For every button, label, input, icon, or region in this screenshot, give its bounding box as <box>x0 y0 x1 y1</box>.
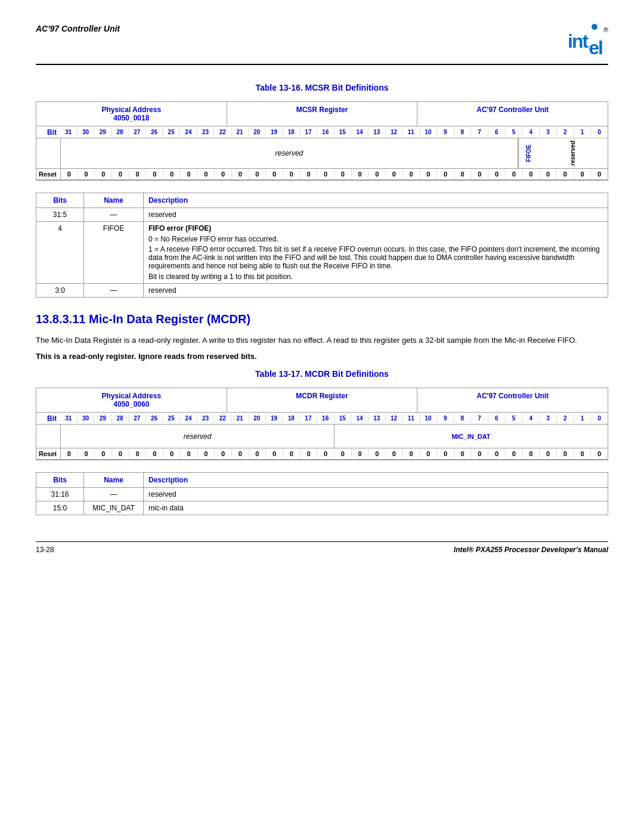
field-fifoe: FIFOE <box>518 138 538 168</box>
col-name-16: Name <box>84 193 144 208</box>
table-row: 3:0 — reserved <box>36 283 608 297</box>
section-para-1383: The Mic-In Data Register is a read-only … <box>36 335 608 346</box>
header-title: AC'97 Controller Unit <box>36 24 120 33</box>
table-row: 4 FIFOE FIFO error (FIFOE) 0 = No Receiv… <box>36 221 608 283</box>
col-desc-17: Description <box>144 473 608 488</box>
page-footer: 13-28 Intel® PXA255 Processor Developer'… <box>36 541 608 554</box>
col-bits-16: Bits <box>36 193 84 208</box>
table16-fields-row: reserved FIFOE reserved <box>36 138 608 169</box>
intel-logo: int el ® <box>568 24 608 59</box>
table17-def: Bits Name Description 31:16 — reserved 1… <box>36 472 608 515</box>
col-bits-17: Bits <box>36 473 84 488</box>
table16-fields: reserved FIFOE reserved <box>60 138 608 168</box>
table-row: 31:16 — reserved <box>36 488 608 501</box>
col-desc-16: Description <box>144 193 608 208</box>
field-reserved-17: reserved <box>61 425 335 448</box>
bit-row-label-17: Bit <box>36 414 60 423</box>
section-note-1383: This is a read-only register. Ignore rea… <box>36 352 608 361</box>
table-row: 31:5 — reserved <box>36 208 608 221</box>
page-header: AC'97 Controller Unit int el ® <box>36 24 608 65</box>
table16-phys-addr-col: Physical Address 4050_0018 <box>36 102 227 126</box>
table16-reg-col: MCSR Register <box>227 102 418 126</box>
table16-unit-col: AC'97 Controller Unit <box>417 102 608 126</box>
field-reserved-31-5: reserved <box>61 138 518 168</box>
table17-reset-row: Reset 0 0 0 0 0 0 0 0 0 0 0 0 0 0 0 0 0 … <box>36 448 608 460</box>
footer-page: 13-28 <box>36 546 54 554</box>
section-heading-1383: 13.8.3.11 Mic-In Data Register (MCDR) <box>36 312 608 326</box>
bit-numbers: 31 30 29 28 27 26 25 24 23 22 21 20 19 1… <box>60 128 608 137</box>
table16-def: Bits Name Description 31:5 — reserved 4 … <box>36 193 608 298</box>
table16-header-row: Physical Address 4050_0018 MCSR Register… <box>36 102 608 126</box>
table16-container: Physical Address 4050_0018 MCSR Register… <box>36 101 608 181</box>
table16-bit-numbers-row: Bit 31 30 29 28 27 26 25 24 23 22 21 20 … <box>36 126 608 138</box>
table16-title: Table 13-16. MCSR Bit Definitions <box>36 83 608 92</box>
table17-phys-addr-col: Physical Address 4050_0060 <box>36 388 227 412</box>
bit-numbers-17: 31 30 29 28 27 26 25 24 23 22 21 20 19 1… <box>60 414 608 423</box>
table17-title: Table 13-17. MCDR Bit Definitions <box>36 369 608 379</box>
table17-container: Physical Address 4050_0060 MCDR Register… <box>36 388 608 460</box>
table17-fields-row: reserved MIC_IN_DAT <box>36 425 608 448</box>
col-name-17: Name <box>84 473 144 488</box>
intel-dot <box>592 24 597 30</box>
bit-row-label: Bit <box>36 128 60 137</box>
table16-reset-row: Reset 0 0 0 0 0 0 0 0 0 0 0 0 0 0 0 0 0 … <box>36 169 608 180</box>
table17-bit-numbers-row: Bit 31 30 29 28 27 26 25 24 23 22 21 20 … <box>36 413 608 425</box>
field-mic-in-dat: MIC_IN_DAT <box>335 425 608 448</box>
table16-reset-values: 0 0 0 0 0 0 0 0 0 0 0 0 0 0 0 0 0 0 0 0 <box>60 169 608 179</box>
table17-header-row: Physical Address 4050_0060 MCDR Register… <box>36 388 608 413</box>
table17-unit-col: AC'97 Controller Unit <box>417 388 608 412</box>
table-row: 15:0 MIC_IN_DAT mic-in data <box>36 501 608 515</box>
footer-title: Intel® PXA255 Processor Developer's Manu… <box>454 546 608 554</box>
table17-fields: reserved MIC_IN_DAT <box>60 425 608 448</box>
table17-reset-values: 0 0 0 0 0 0 0 0 0 0 0 0 0 0 0 0 0 0 0 0 <box>60 448 608 459</box>
table17-reg-col: MCDR Register <box>227 388 418 412</box>
field-reserved-3-0: reserved <box>538 138 608 168</box>
